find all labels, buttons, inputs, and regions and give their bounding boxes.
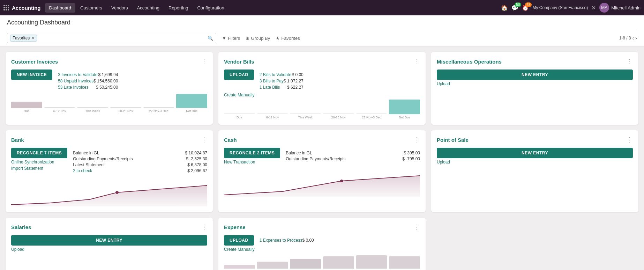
next-page-button[interactable]: › <box>635 35 637 41</box>
group-by-button[interactable]: ⊞ Group By <box>246 36 270 41</box>
vb-bar-due-bar <box>224 114 255 114</box>
nav-customers[interactable]: Customers <box>76 3 106 13</box>
nav-vendors[interactable]: Vendors <box>107 3 132 13</box>
online-sync-link[interactable]: Online Synchronization <box>11 160 67 165</box>
nav-configuration[interactable]: Configuration <box>193 3 228 13</box>
nav-dashboard[interactable]: Dashboard <box>45 3 76 13</box>
bank-chart-svg <box>11 178 207 206</box>
exp-bar-20-26: 20-26 Nov <box>323 256 354 270</box>
create-manually-link-vendor[interactable]: Create Manually <box>224 93 420 97</box>
cash-card: Cash ⋮ RECONCILE 2 ITEMS New Transaction… <box>218 130 426 212</box>
cash-header: Cash ⋮ <box>224 136 420 144</box>
customer-invoices-menu[interactable]: ⋮ <box>201 58 207 65</box>
new-entry-button-misc[interactable]: NEW ENTRY <box>437 70 633 80</box>
vb-stat-value-2: $ 622.27 <box>287 85 304 90</box>
exp-bar-612-bar <box>257 262 288 269</box>
vb-stat-label-0[interactable]: 2 Bills to Validate <box>260 72 291 77</box>
vendor-bills-menu[interactable]: ⋮ <box>414 58 420 65</box>
import-statement-link[interactable]: Import Statement <box>11 166 67 171</box>
upload-link-salaries[interactable]: Upload <box>11 247 207 252</box>
pos-title: Point of Sale <box>437 137 469 143</box>
pagination: 1-8 / 8 ‹ › <box>619 35 637 41</box>
nav-accounting[interactable]: Accounting <box>133 3 164 13</box>
exp-bar-27-3: 27 Nov-3 Dec <box>356 255 387 270</box>
expense-menu[interactable]: ⋮ <box>414 223 420 231</box>
vb-bar-612-bar <box>257 114 288 114</box>
cash-chart-point <box>340 180 343 182</box>
new-entry-button-salaries[interactable]: NEW ENTRY <box>11 235 207 246</box>
upload-button-expense[interactable]: UPLOAD <box>224 235 254 246</box>
upload-button-vendor[interactable]: UPLOAD <box>224 70 254 80</box>
bank-stat-label-2: Latest Statement <box>73 162 105 167</box>
group-by-icon: ⊞ <box>246 36 249 41</box>
bank-body: RECONCILE 7 ITEMS Online Synchronization… <box>11 148 207 174</box>
expense-body: UPLOAD 1 Expenses to Process $ 0.00 <box>224 235 420 246</box>
chat-icon-btn[interactable]: 💬 50 <box>511 5 518 11</box>
vb-stat-label-1[interactable]: 3 Bills to Pay <box>260 79 284 83</box>
cash-stat-label-0: Balance in GL <box>286 151 312 155</box>
app-icon[interactable]: Accounting <box>3 5 41 11</box>
prev-page-button[interactable]: ‹ <box>632 35 634 41</box>
bank-button-section: RECONCILE 7 ITEMS Online Synchronization… <box>11 148 67 171</box>
new-entry-button-pos[interactable]: NEW ENTRY <box>437 148 633 158</box>
new-transaction-link[interactable]: New Transaction <box>224 160 280 165</box>
search-tag-close[interactable]: ✕ <box>31 36 35 41</box>
exp-bar-this-week: This Week <box>290 259 321 270</box>
bar-due-bar <box>11 102 42 108</box>
dashboard-grid: Customer Invoices ⋮ NEW INVOICE 3 Invoic… <box>0 46 644 270</box>
bank-stat-2: Latest Statement $ 6,378.00 <box>73 162 207 167</box>
upload-link-pos[interactable]: Upload <box>437 160 633 165</box>
vendor-bills-title: Vendor Bills <box>224 59 254 65</box>
favorites-button[interactable]: ★ Favorites <box>276 36 300 41</box>
filters-label: Filters <box>228 36 240 41</box>
home-icon-btn[interactable]: 🏠 <box>501 5 508 11</box>
bank-stat-value-3: $ 2,096.67 <box>187 168 207 173</box>
bank-stat-label-3[interactable]: 2 to check <box>73 168 92 173</box>
stat-label-0[interactable]: 3 Invoices to Validate <box>58 72 97 77</box>
search-bar[interactable]: Favorites ✕ 🔍 <box>7 33 216 43</box>
search-input[interactable] <box>37 36 208 41</box>
exp-stat-row-0: 1 Expenses to Process $ 0.00 <box>260 238 314 243</box>
search-tag-favorites[interactable]: Favorites ✕ <box>10 35 37 42</box>
vb-stat-label-2[interactable]: 1 Late Bills <box>260 85 280 90</box>
reconcile-2-items-button[interactable]: RECONCILE 2 ITEMS <box>224 148 280 158</box>
search-icon[interactable]: 🔍 <box>208 36 213 41</box>
reconcile-items-button[interactable]: RECONCILE 7 ITEMS <box>11 148 67 158</box>
user-name: Mitchell Admin <box>611 5 641 10</box>
avatar: MA <box>599 3 609 13</box>
upload-link-misc[interactable]: Upload <box>437 81 633 86</box>
nav-reporting[interactable]: Reporting <box>164 3 192 13</box>
stat-label-2[interactable]: 53 Late Invoices <box>58 85 88 90</box>
bank-menu[interactable]: ⋮ <box>201 136 207 144</box>
exp-stat-label-0[interactable]: 1 Expenses to Process <box>260 238 302 243</box>
new-invoice-button[interactable]: NEW INVOICE <box>11 70 52 80</box>
exp-bar-due: Due <box>224 265 255 270</box>
salaries-menu[interactable]: ⋮ <box>201 223 207 231</box>
vendor-bills-body: UPLOAD 2 Bills to Validate $ 0.00 3 Bill… <box>224 70 420 91</box>
group-by-label: Group By <box>251 36 270 41</box>
bank-stat-label-0: Balance in GL <box>73 151 99 155</box>
clock-icon-btn[interactable]: ⏰ 43 <box>522 5 529 11</box>
exp-bar-notdue-bar <box>389 256 420 269</box>
cash-menu[interactable]: ⋮ <box>414 136 420 144</box>
stat-label-1[interactable]: 58 Unpaid Invoices <box>58 79 93 83</box>
main-nav: Dashboard Customers Vendors Accounting R… <box>45 3 500 13</box>
bar-27-3: 27 Nov-3 Dec <box>143 107 174 113</box>
empty-card-row3 <box>431 218 638 270</box>
user-menu[interactable]: MA Mitchell Admin <box>599 3 641 13</box>
miscellaneous-menu[interactable]: ⋮ <box>627 58 633 65</box>
pos-menu[interactable]: ⋮ <box>627 136 633 144</box>
exp-bar-thisweek-bar <box>290 259 321 269</box>
stat-value-2: $ 50,245.00 <box>96 85 118 90</box>
close-icon[interactable]: ✕ <box>591 5 596 11</box>
stat-row-1: 58 Unpaid Invoices $ 154,560.00 <box>58 79 118 83</box>
vb-bar-thisweek-label: This Week <box>298 116 313 119</box>
exp-bar-6-12: 6-12 Nov <box>257 262 288 270</box>
vb-stat-row-2: 1 Late Bills $ 622.27 <box>260 85 304 90</box>
bank-chart <box>11 178 207 206</box>
filters-button[interactable]: ▼ Filters <box>222 36 240 41</box>
chat-badge: 50 <box>515 2 521 7</box>
vb-bar-notdue-bar <box>389 100 420 114</box>
create-manually-link-expense[interactable]: Create Manually <box>224 247 420 252</box>
bar-6-12: 6-12 Nov <box>44 107 75 113</box>
